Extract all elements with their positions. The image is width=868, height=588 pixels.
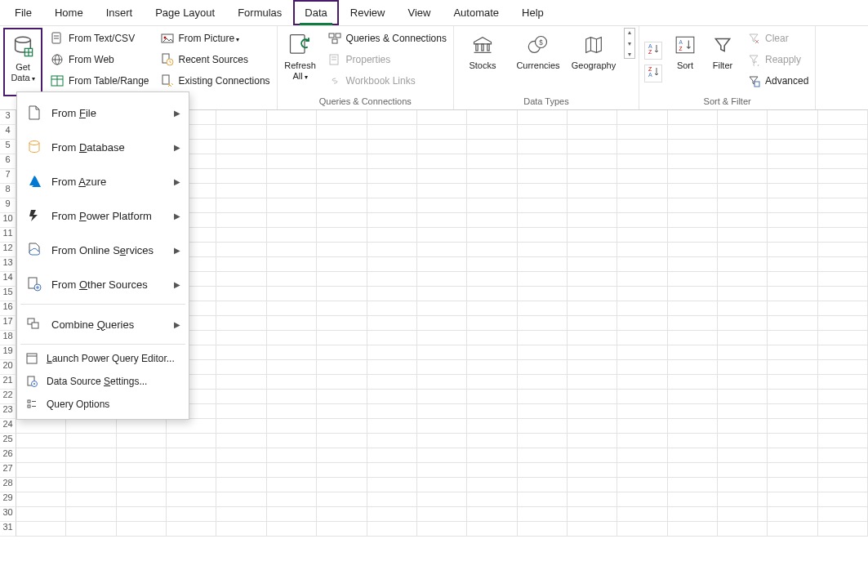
cell[interactable] [467,169,517,184]
cell[interactable] [467,434,517,448]
cell[interactable] [617,448,667,463]
cell[interactable] [267,213,317,228]
refresh-all-button[interactable]: Refresh All▾ [281,28,320,96]
cell[interactable] [617,257,667,272]
cell[interactable] [718,463,768,478]
cell[interactable] [467,110,517,125]
cell[interactable] [317,463,367,478]
cell[interactable] [417,463,467,478]
cell[interactable] [467,272,517,287]
cell[interactable] [317,360,367,375]
cell[interactable] [216,243,266,257]
cell[interactable] [367,154,417,169]
cell[interactable] [417,375,467,390]
cell[interactable] [617,345,667,360]
cell[interactable] [216,213,266,228]
cell[interactable] [768,390,817,404]
menu-help[interactable]: Help [510,0,555,25]
cell[interactable] [467,522,517,537]
cell[interactable] [568,522,617,537]
menu-insert[interactable]: Insert [95,0,145,25]
cell[interactable] [718,140,768,154]
cell[interactable] [818,272,868,287]
cell[interactable] [518,478,568,492]
cell[interactable] [16,507,66,522]
cell[interactable] [367,287,417,301]
cell[interactable] [818,360,868,375]
cell[interactable] [417,154,467,169]
cell[interactable] [568,419,617,434]
cell[interactable] [267,360,317,375]
cell[interactable] [216,434,266,448]
row-header[interactable]: 12 [0,243,16,257]
dropdown-from-file[interactable]: From File ▶ [17,96,189,130]
dropdown-from-power-platform[interactable]: From Power Platform ▶ [17,198,189,233]
cell[interactable] [216,169,266,184]
cell[interactable] [768,198,817,213]
cell[interactable] [568,463,617,478]
cell[interactable] [668,184,718,198]
cell[interactable] [317,478,367,492]
cell[interactable] [216,478,266,492]
cell[interactable] [668,272,718,287]
cell[interactable] [568,434,617,448]
dropdown-query-options[interactable]: Query Options [17,393,189,416]
cell[interactable] [367,419,417,434]
dropdown-from-online-services[interactable]: From Online Services ▶ [17,233,189,267]
cell[interactable] [216,331,266,345]
cell[interactable] [518,213,568,228]
cell[interactable] [117,463,167,478]
cell[interactable] [16,492,66,507]
cell[interactable] [417,522,467,537]
cell[interactable] [317,507,367,522]
from-picture-button[interactable]: From Picture▾ [158,28,274,49]
cell[interactable] [617,154,667,169]
cell[interactable] [167,434,216,448]
reapply-button[interactable]: Reapply [744,49,812,70]
cell[interactable] [467,345,517,360]
cell[interactable] [518,345,568,360]
cell[interactable] [66,419,116,434]
cell[interactable] [467,492,517,507]
cell[interactable] [267,507,317,522]
cell[interactable] [668,463,718,478]
cell[interactable] [367,331,417,345]
from-text-csv-button[interactable]: From Text/CSV [47,28,153,49]
cell[interactable] [568,125,617,140]
cell[interactable] [818,228,868,243]
cell[interactable] [718,257,768,272]
cell[interactable] [267,110,317,125]
cell[interactable] [267,478,317,492]
cell[interactable] [367,345,417,360]
row-header[interactable]: 14 [0,272,16,287]
advanced-filter-button[interactable]: Advanced [744,70,812,91]
cell[interactable] [518,434,568,448]
cell[interactable] [768,301,817,316]
cell[interactable] [518,419,568,434]
row-header[interactable]: 22 [0,390,16,404]
cell[interactable] [568,257,617,272]
cell[interactable] [718,287,768,301]
cell[interactable] [518,257,568,272]
cell[interactable] [818,140,868,154]
cell[interactable] [617,390,667,404]
cell[interactable] [317,272,367,287]
cell[interactable] [267,184,317,198]
cell[interactable] [518,287,568,301]
cell[interactable] [617,507,667,522]
cell[interactable] [417,243,467,257]
row-header[interactable]: 24 [0,419,16,434]
cell[interactable] [267,404,317,419]
cell[interactable] [216,198,266,213]
cell[interactable] [617,140,667,154]
cell[interactable] [617,522,667,537]
cell[interactable] [66,463,116,478]
cell[interactable] [718,243,768,257]
cell[interactable] [216,184,266,198]
cell[interactable] [317,345,367,360]
cell[interactable] [768,463,817,478]
cell[interactable] [617,419,667,434]
cell[interactable] [417,140,467,154]
cell[interactable] [367,434,417,448]
cell[interactable] [718,434,768,448]
